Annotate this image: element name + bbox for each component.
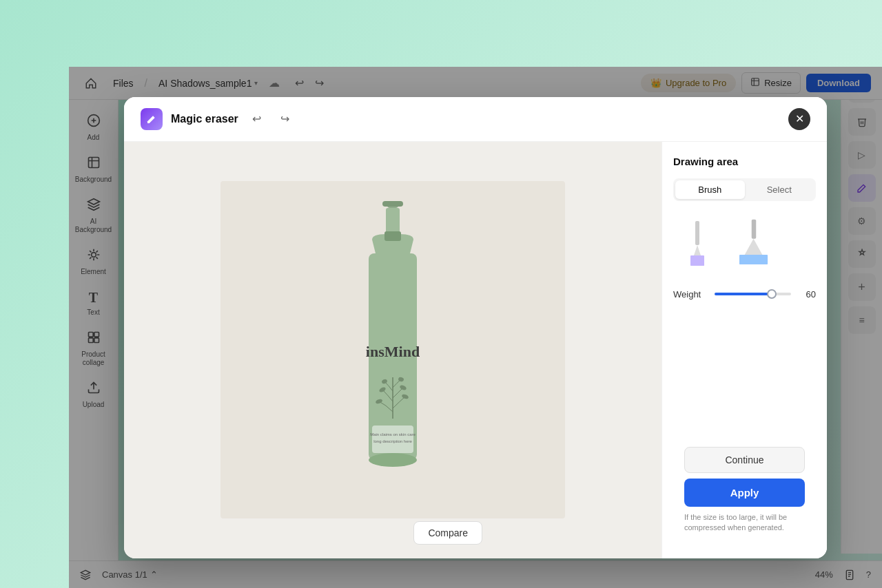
modal-overlay: Magic eraser ↩ ↪ ✕ [69, 67, 882, 588]
modal-right-panel: Drawing area Brush Select [662, 142, 827, 558]
brush-small[interactable] [673, 218, 721, 273]
modal-body: insMind [124, 142, 827, 558]
weight-slider[interactable] [715, 293, 791, 295]
modal-header: Magic eraser ↩ ↪ ✕ [124, 97, 827, 142]
modal-title: Magic eraser [171, 113, 238, 125]
product-image: insMind [220, 181, 565, 518]
modal-undo-button[interactable]: ↩ [247, 109, 267, 128]
apply-button[interactable]: Apply [684, 479, 805, 507]
footer-note: If the size is too large, it will be com… [684, 512, 805, 534]
drawing-area-title: Drawing area [673, 156, 816, 167]
svg-rect-32 [690, 255, 704, 266]
svg-rect-15 [382, 201, 403, 207]
compare-button[interactable]: Compare [413, 521, 482, 545]
continue-button[interactable]: Continue [684, 447, 805, 473]
svg-text:insMind: insMind [366, 343, 420, 360]
brush-tab[interactable]: Brush [675, 180, 745, 199]
svg-text:Main claims on skin care: Main claims on skin care [370, 432, 416, 437]
brush-large[interactable] [730, 218, 778, 273]
weight-track [715, 293, 772, 295]
modal-footer: Continue Apply If the size is too large,… [673, 447, 816, 545]
brush-large-icon [730, 218, 778, 273]
weight-value: 60 [799, 289, 816, 300]
modal-close-button[interactable]: ✕ [788, 108, 810, 130]
modal-redo-button[interactable]: ↪ [275, 109, 295, 128]
modal-canvas[interactable]: insMind [124, 142, 662, 558]
svg-rect-35 [739, 255, 768, 264]
brush-options [673, 212, 816, 278]
bottle-svg: insMind [331, 198, 455, 501]
modal-title-icon [141, 108, 163, 130]
svg-text:long description here: long description here [373, 439, 412, 443]
weight-row: Weight 60 [673, 289, 816, 300]
svg-rect-33 [752, 219, 757, 238]
tool-tabs: Brush Select [673, 178, 816, 201]
weight-thumb [767, 289, 777, 299]
magic-eraser-modal: Magic eraser ↩ ↪ ✕ [124, 97, 827, 558]
svg-point-18 [369, 453, 417, 467]
svg-rect-19 [384, 231, 401, 241]
brush-small-icon [673, 218, 721, 273]
select-tab[interactable]: Select [745, 180, 814, 199]
weight-label: Weight [673, 289, 706, 300]
svg-rect-30 [695, 221, 699, 245]
